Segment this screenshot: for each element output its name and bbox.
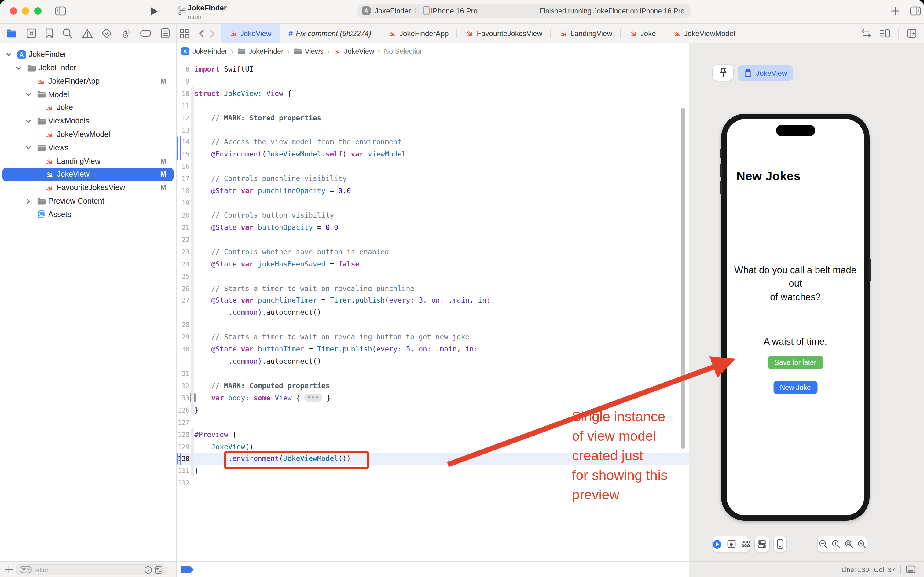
tab-jokeview[interactable]: JokeView [221, 24, 280, 43]
pin-preview-button[interactable] [713, 65, 733, 81]
live-preview-button[interactable] [713, 539, 722, 549]
zoom-window-button[interactable] [34, 7, 42, 15]
code-line-wrap[interactable]: .common).autoconnect() [177, 306, 689, 319]
back-icon[interactable] [199, 29, 204, 38]
code-line-28[interactable]: 28 [177, 319, 689, 331]
sidebar-item-views[interactable]: Views [2, 141, 174, 154]
add-editor-icon[interactable] [907, 29, 917, 38]
disclosure-open-icon[interactable] [26, 145, 31, 151]
sidebar-item-favouritejokesview[interactable]: FavouriteJokesViewM [2, 181, 174, 194]
sidebar-item-jokeviewmodel[interactable]: JokeViewModel [2, 128, 174, 141]
scheme-bar[interactable]: JokeFinder 〉 iPhone 16 Pro Finished runn… [357, 4, 691, 18]
sidebar-item-jokefinder[interactable]: JokeFinder [2, 48, 174, 61]
sidebar-item-jokeview[interactable]: JokeViewM [2, 168, 174, 181]
disclosure-closed-icon[interactable] [26, 198, 31, 204]
breadcrumb-item-views[interactable]: Views [293, 47, 324, 55]
editor-grid-icon[interactable] [180, 28, 190, 38]
scheme-name[interactable]: JokeFinder [375, 6, 411, 15]
toggle-left-sidebar-icon[interactable] [55, 6, 66, 16]
code-line-22[interactable]: 22 [177, 234, 689, 246]
disclosure-open-icon[interactable] [26, 119, 31, 124]
editor-layout-icon[interactable] [879, 29, 890, 38]
code-line-15[interactable]: 15 @Environment(JokeViewModel.self) var … [177, 148, 689, 160]
navigator-tag-icon[interactable] [140, 29, 152, 37]
code-fold-pill[interactable]: ••• [304, 394, 322, 402]
forward-icon[interactable] [209, 29, 215, 38]
code-line-21[interactable]: 21 @State var buttonOpacity = 0.0 [177, 221, 689, 234]
code-line-17[interactable]: 17 // Controls punchline visibility [177, 172, 689, 185]
code-line-18[interactable]: 18 @State var punchlineOpacity = 0.0 [177, 185, 689, 197]
sidebar-item-joke[interactable]: Joke [2, 101, 174, 114]
recent-files-icon[interactable] [144, 566, 152, 574]
editor-scrollbar[interactable] [681, 108, 685, 449]
run-destination[interactable]: iPhone 16 Pro [431, 6, 478, 15]
run-button[interactable] [150, 7, 158, 16]
preview-target-chip[interactable]: JokeView [737, 65, 793, 81]
code-line-19[interactable]: 19 [177, 197, 689, 209]
code-line-9[interactable]: 9 [177, 75, 689, 87]
source-control-filter-icon[interactable] [155, 566, 163, 574]
zoom-out-icon[interactable] [819, 540, 827, 548]
sidebar-item-assets[interactable]: Assets [2, 208, 174, 221]
disclosure-open-icon[interactable] [6, 52, 11, 58]
disclosure-open-icon[interactable] [16, 65, 21, 71]
tab-jokefinderapp[interactable]: JokeFinderApp [380, 24, 457, 43]
sidebar-item-jokefinderapp[interactable]: JokeFinderAppM [2, 74, 174, 88]
breadcrumb-item-jokefinder[interactable]: JokeFinder [237, 47, 283, 55]
swap-editor-icon[interactable] [861, 29, 871, 38]
add-file-icon[interactable] [5, 566, 13, 573]
tab-favouritejokesview[interactable]: FavouriteJokesView [457, 24, 551, 43]
device-preview-icon[interactable] [906, 566, 916, 573]
toggle-right-sidebar-icon[interactable] [910, 6, 921, 16]
add-tab-icon[interactable] [891, 7, 900, 15]
breadcrumb[interactable]: JokeFinder›JokeFinder›Views›JokeView›No … [181, 44, 424, 59]
minimize-window-button[interactable] [22, 7, 29, 15]
tab-landingview[interactable]: LandingView [551, 24, 621, 43]
code-line-8[interactable]: 8import SwiftUI [177, 63, 689, 75]
code-line-31[interactable]: 31 [177, 367, 689, 380]
close-window-button[interactable] [10, 7, 17, 15]
breakpoint-indicator[interactable] [181, 566, 194, 573]
code-line-20[interactable]: 20 // Controls button visibility [177, 209, 689, 221]
breadcrumb-item-no-selection[interactable]: No Selection [384, 47, 424, 55]
breadcrumb-item-jokefinder[interactable]: JokeFinder [181, 47, 227, 55]
code-line-23[interactable]: 23 // Controls whether save button is en… [177, 246, 689, 258]
zoom-100-icon[interactable] [831, 540, 840, 548]
selectable-preview-button[interactable] [727, 540, 736, 548]
sidebar-item-model[interactable]: Model [2, 88, 174, 101]
tab-fix-comment-6f02274-[interactable]: #Fix comment (6f02274) [280, 24, 380, 43]
navigator-bookmark-icon[interactable] [45, 28, 53, 39]
navigator-warning-icon[interactable] [82, 28, 93, 38]
new-joke-button[interactable]: New Joke [773, 381, 818, 394]
variants-button[interactable] [741, 540, 750, 548]
code-line-27[interactable]: 27 @State var punchlineTimer = Timer.pub… [177, 294, 689, 306]
tab-jokeviewmodel[interactable]: JokeViewModel [665, 24, 744, 43]
navigator-folder-icon[interactable] [6, 29, 17, 38]
sidebar-item-jokefinder[interactable]: JokeFinder [2, 61, 174, 74]
code-line-25[interactable]: 25 [177, 270, 689, 282]
code-line-26[interactable]: 26 // Starts a timer to wait on revealin… [177, 282, 689, 294]
breadcrumb-item-jokeview[interactable]: JokeView [333, 47, 374, 55]
code-line-29[interactable]: 29 // Starts a timer to wait on revealin… [177, 331, 689, 343]
code-line-11[interactable]: 11 [177, 100, 689, 112]
code-line-wrap[interactable]: .common).autoconnect() [177, 355, 689, 367]
navigator-debug-spray-icon[interactable] [121, 28, 131, 39]
code-line-14[interactable]: 14 // Access the view model from the env… [177, 136, 689, 148]
tab-joke[interactable]: Joke [621, 24, 665, 43]
navigator-report-icon[interactable] [161, 28, 170, 39]
device-settings-button[interactable] [755, 536, 769, 552]
navigator-test-icon[interactable] [101, 28, 112, 39]
code-line-16[interactable]: 16 [177, 160, 689, 172]
sidebar-item-preview-content[interactable]: Preview Content [2, 195, 174, 208]
code-line-30[interactable]: 30 @State var buttonTimer = Timer.publis… [177, 343, 689, 355]
sidebar-item-landingview[interactable]: LandingViewM [2, 155, 174, 168]
code-line-24[interactable]: 24 @State var jokeHasBeenSaved = false [177, 258, 689, 270]
code-line-13[interactable]: 13 [177, 124, 689, 136]
code-line-32[interactable]: 32 // MARK: Computed properties [177, 380, 689, 392]
zoom-in-icon[interactable] [857, 540, 866, 548]
preview-device-button[interactable] [774, 536, 787, 552]
navigator-search-icon[interactable] [62, 28, 73, 39]
sidebar-item-viewmodels[interactable]: ViewModels [2, 114, 174, 128]
code-line-33[interactable]: 33› var body: some View { ••• } [177, 392, 689, 404]
save-for-later-button[interactable]: Save for later [768, 356, 823, 369]
